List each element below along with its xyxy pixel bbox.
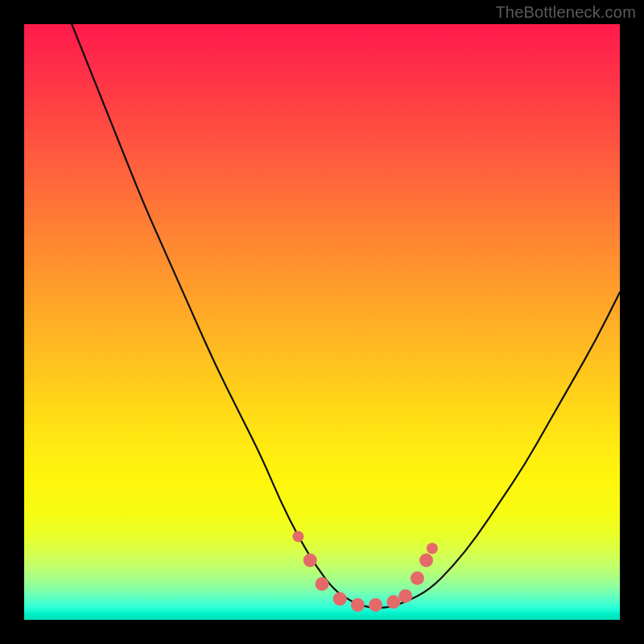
plot-area [24,24,620,620]
marker-dot [292,530,303,542]
curve-layer [72,24,620,608]
marker-dot [316,577,329,591]
marker-dot [386,595,400,609]
chart-svg [24,24,620,620]
marker-dot [419,554,433,568]
marker-dot [303,554,317,568]
marker-dot [398,589,412,603]
marker-dot [333,592,347,606]
marker-dot [351,598,365,612]
bottleneck-curve [72,24,620,608]
markers-layer [292,530,438,612]
chart-frame: TheBottleneck.com [0,0,644,644]
watermark-text: TheBottleneck.com [495,3,636,22]
marker-dot [411,572,424,585]
marker-dot [427,543,438,554]
marker-dot [369,598,382,612]
